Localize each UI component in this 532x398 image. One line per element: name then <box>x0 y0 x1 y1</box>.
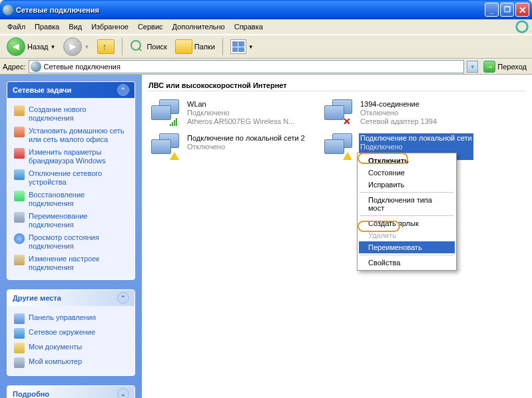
ctx-bridge[interactable]: Подключения типа мост <box>359 194 455 214</box>
connection-status: Отключено <box>187 143 305 151</box>
search-label: Поиск <box>146 43 166 51</box>
chevron-up-icon: ⌃ <box>117 84 129 96</box>
connection-status: Отключено <box>360 109 437 117</box>
connection-icon <box>150 99 182 126</box>
address-dropdown[interactable]: ▼ <box>467 61 478 73</box>
connection-icon: ✕ <box>323 99 355 126</box>
back-button[interactable]: ◄ Назад ▼ <box>4 36 58 57</box>
panel-title: Сетевые задачи <box>13 86 71 94</box>
panel-header[interactable]: Подробно ⌄ <box>7 386 134 398</box>
warning-icon <box>343 152 352 160</box>
address-bar: Адрес: Сетевые подключения ▼ → Переход <box>0 59 532 75</box>
connection-detail: Сетевой адаптер 1394 <box>360 117 437 126</box>
menu-extra[interactable]: Дополнительно <box>168 21 230 33</box>
connection-name: Подключение по локальной сети <box>360 134 472 143</box>
maximize-button[interactable]: ❐ <box>500 3 514 17</box>
folder-up-icon: ↑ <box>97 39 115 54</box>
place-documents[interactable]: Мои документы <box>14 341 128 355</box>
rename-icon <box>14 212 25 223</box>
panel-other-places: Другие места ⌃ Панель управления Сетевое… <box>7 289 135 376</box>
separator <box>122 38 123 55</box>
task-home-network[interactable]: Установить домашнюю сеть или сеть малого… <box>14 125 128 146</box>
connection-lan2[interactable]: Подключение по локальной сети 2 Отключен… <box>148 132 308 161</box>
task-settings[interactable]: Изменение настроек подключения <box>14 253 128 274</box>
task-repair[interactable]: Восстановление подключения <box>14 189 128 210</box>
forward-button[interactable]: ► ▼ <box>61 36 92 57</box>
menu-service[interactable]: Сервис <box>133 21 168 33</box>
panel-body: Панель управления Сетевое окружение Мои … <box>7 306 134 375</box>
panel-title: Подробно <box>13 390 49 398</box>
toolbar: ◄ Назад ▼ ► ▼ ↑ Поиск Папки ▼ <box>0 35 532 59</box>
connection-grid: WLan Подключено Atheros AR5007EG Wireles… <box>148 98 525 161</box>
connection-icon <box>150 133 182 160</box>
network-off-icon <box>14 169 25 180</box>
body: Сетевые задачи ⌃ Создание нового подключ… <box>0 75 532 398</box>
address-input[interactable]: Сетевые подключения <box>29 60 465 73</box>
close-button[interactable]: ✕ <box>515 3 529 17</box>
connection-name: WLan <box>187 100 294 109</box>
settings-icon <box>14 255 25 265</box>
location-icon <box>31 61 41 72</box>
menu-favorites[interactable]: Избранное <box>87 21 133 33</box>
sidebar: Сетевые задачи ⌃ Создание нового подключ… <box>0 75 142 398</box>
separator <box>360 215 454 216</box>
task-disable-device[interactable]: Отключение сетевого устройства <box>14 167 128 189</box>
search-icon <box>130 39 144 54</box>
task-status[interactable]: Просмотр состояния подключения <box>14 231 128 253</box>
connection-name: 1394-соединение <box>360 100 437 109</box>
computer-icon <box>14 357 25 368</box>
chevron-up-icon: ⌃ <box>117 292 129 304</box>
disabled-x-icon: ✕ <box>343 118 351 126</box>
back-label: Назад <box>27 43 49 51</box>
task-firewall[interactable]: Изменить параметры брандмауэра Windows <box>14 146 128 167</box>
dropdown-icon: ▼ <box>84 44 89 50</box>
ctx-properties[interactable]: Свойства <box>359 257 455 269</box>
folders-button[interactable]: Папки <box>172 38 218 55</box>
panel-header[interactable]: Другие места ⌃ <box>7 290 134 306</box>
ctx-shortcut[interactable]: Создать ярлык <box>359 217 455 229</box>
ctx-disable[interactable]: Отключить <box>359 155 455 167</box>
up-button[interactable]: ↑ <box>95 38 117 55</box>
home-icon <box>14 127 25 137</box>
control-panel-icon <box>14 313 25 324</box>
task-new-connection[interactable]: Создание нового подключения <box>14 103 128 125</box>
panel-title: Другие места <box>13 294 61 302</box>
go-button[interactable]: → Переход <box>481 60 529 73</box>
go-label: Переход <box>497 63 527 71</box>
task-rename[interactable]: Переименование подключения <box>14 210 128 231</box>
panel-header[interactable]: Сетевые задачи ⌃ <box>7 82 134 98</box>
connection-detail: Atheros AR5007EG Wireless N... <box>187 117 294 126</box>
separator <box>360 255 454 255</box>
ctx-status[interactable]: Состояние <box>359 167 455 179</box>
ctx-delete[interactable]: Удалить <box>359 229 455 241</box>
documents-icon <box>14 343 25 353</box>
menu-edit[interactable]: Правка <box>30 21 64 33</box>
menu-help[interactable]: Справка <box>230 21 268 33</box>
chevron-down-icon: ⌄ <box>117 388 129 398</box>
separator <box>222 38 223 55</box>
ctx-rename[interactable]: Переименовать <box>359 241 455 253</box>
menu-file[interactable]: Файл <box>3 21 30 33</box>
shield-icon <box>14 148 25 159</box>
connection-1394[interactable]: ✕ 1394-соединение Отключено Сетевой адап… <box>322 98 481 128</box>
menu-view[interactable]: Вид <box>64 21 87 33</box>
titlebar: Сетевые подключения _ ❐ ✕ <box>0 0 532 19</box>
views-button[interactable]: ▼ <box>228 38 256 55</box>
views-icon <box>230 39 246 54</box>
place-computer[interactable]: Мой компьютер <box>14 355 128 370</box>
place-network[interactable]: Сетевое окружение <box>14 326 128 341</box>
content-pane: ЛВС или высокоскоростной Интернет WLan П… <box>142 75 532 398</box>
connection-icon <box>323 133 355 160</box>
search-button[interactable]: Поиск <box>127 38 169 55</box>
minimize-button[interactable]: _ <box>485 3 499 17</box>
dropdown-icon: ▼ <box>51 44 56 50</box>
address-label: Адрес: <box>3 63 26 71</box>
connection-wlan[interactable]: WLan Подключено Atheros AR5007EG Wireles… <box>148 98 308 128</box>
panel-network-tasks: Сетевые задачи ⌃ Создание нового подключ… <box>7 81 135 280</box>
place-control-panel[interactable]: Панель управления <box>14 311 128 326</box>
ctx-repair[interactable]: Исправить <box>359 179 455 191</box>
signal-bars-icon <box>170 118 179 126</box>
panel-body: Создание нового подключения Установить д… <box>7 98 134 279</box>
window-title: Сетевые подключения <box>16 6 483 14</box>
folders-label: Папки <box>194 43 215 51</box>
